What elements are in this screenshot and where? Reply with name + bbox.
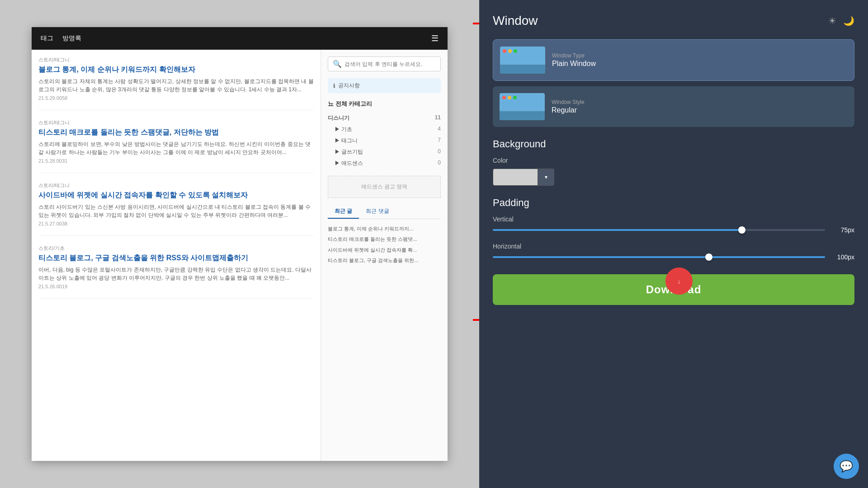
download-button-wrapper: ↓ Download: [493, 274, 854, 305]
color-swatch[interactable]: [493, 169, 538, 186]
browser-nav: 태그 방명록 ☰: [32, 27, 448, 50]
category-name: 기초: [341, 126, 352, 132]
content-area: 스토리/태그니 블로그 통계, 이제 순위나 키워드까지 확인해보자 스토리의 …: [32, 50, 448, 461]
vertical-label: Vertical: [493, 216, 854, 223]
horizontal-label: Horizontal: [493, 243, 854, 250]
chat-icon: 💬: [840, 460, 853, 473]
hamburger-icon[interactable]: ☰: [431, 33, 439, 43]
post-excerpt: 이버, 다음, big 등 수많은 포털사이트가 존재하지만, 구글만큼 강력한…: [38, 266, 314, 282]
list-item[interactable]: 디스니기 11: [328, 113, 441, 124]
list-item[interactable]: 티스토리 매크로를 돌리는 듯한 스팸댓...: [328, 234, 441, 244]
horizontal-slider-group: Horizontal 100px: [493, 243, 854, 261]
category-section: 뇨 전체 카테고리 디스니기 11 ▶ 기초 4 ▶ 태그니 7 ▶ 글쓰기팁: [328, 100, 441, 169]
info-icon: ℹ: [333, 83, 335, 89]
list-item: 스토리/태그니 블로그 통계, 이제 순위나 키워드까지 확인해보자 스토리의 …: [38, 56, 314, 110]
theme-light-icon[interactable]: ☀: [828, 15, 836, 26]
window-type-preview: [500, 47, 545, 74]
traffic-light-green: [513, 96, 517, 99]
padding-section: Vertical 75px Horizontal 100px: [493, 216, 854, 261]
padding-section-title: Padding: [493, 197, 854, 209]
traffic-lights: [503, 49, 517, 53]
window-type-card[interactable]: Window Type Plain Window: [493, 39, 854, 81]
vertical-slider-fill: [493, 229, 742, 231]
search-icon: 🔍: [333, 60, 342, 68]
search-box[interactable]: 🔍: [328, 56, 441, 71]
vertical-slider-row: 75px: [493, 226, 854, 234]
chat-bubble-button[interactable]: 💬: [834, 454, 859, 479]
traffic-light-yellow: [508, 49, 512, 53]
traffic-light-yellow: [508, 96, 511, 99]
color-picker-row: ▾: [493, 169, 854, 186]
browser-window: 태그 방명록 ☰ 스토리/태그니 블로그 통계, 이제 순위나 키워드까지 확인…: [32, 27, 448, 461]
window-type-value: Plain Window: [552, 60, 847, 68]
color-label: Color: [493, 157, 854, 164]
vertical-slider-group: Vertical 75px: [493, 216, 854, 234]
post-date: 21.5.28.0031: [38, 158, 314, 164]
post-category: 스토리/태그니: [38, 56, 314, 63]
panel-header: Window ☀ 🌙: [493, 14, 854, 28]
badge-icon: ↓: [678, 278, 681, 285]
notice-box: ℹ 공지사항: [328, 78, 441, 93]
list-item: 스토리/태그니 티스토리 매크로를 돌리는 듯한 스팸댓글, 저단하는 방법 스…: [38, 119, 314, 173]
horizontal-slider-value: 100px: [832, 253, 854, 261]
window-style-label: Window Style: [552, 99, 848, 105]
post-date: 21.5.29.0058: [38, 95, 314, 101]
category-name: 태그니: [341, 137, 358, 144]
download-badge: ↓: [665, 267, 693, 295]
vertical-slider-value: 75px: [832, 226, 854, 234]
list-item[interactable]: 블로그 통계, 이제 순위나 키워드까지...: [328, 224, 441, 234]
notice-label: 공지사항: [338, 82, 360, 89]
post-title[interactable]: 티스토리 매크로를 돌리는 듯한 스팸댓글, 저단하는 방법: [38, 128, 314, 137]
blog-posts: 스토리/태그니 블로그 통계, 이제 순위나 키워드까지 확인해보자 스토리의 …: [32, 50, 321, 461]
window-style-card[interactable]: Window Style Regular: [493, 86, 854, 127]
post-category: 스토리/태그니: [38, 182, 314, 189]
window-card-info: Window Style Regular: [552, 99, 848, 114]
category-count: 0: [438, 148, 441, 156]
adsense-label: 애드센스 광고 영역: [361, 183, 408, 190]
traffic-light-red: [503, 49, 506, 53]
header-icons: ☀ 🌙: [828, 15, 854, 26]
theme-dark-icon[interactable]: 🌙: [843, 15, 854, 26]
list-item[interactable]: 티스토리 블로그, 구글 검색노출을 위한...: [328, 255, 441, 266]
traffic-light-red: [502, 96, 506, 99]
adsense-box: 애드센스 광고 영역: [328, 176, 441, 198]
vertical-slider-thumb[interactable]: [738, 226, 745, 234]
visitor-nav-item[interactable]: 방명록: [62, 34, 81, 42]
post-title[interactable]: 블로그 통계, 이제 순위나 키워드까지 확인해보자: [38, 65, 314, 75]
right-panel: Window ☀ 🌙 Window Type Plain Window: [479, 0, 868, 488]
traffic-lights: [502, 96, 517, 99]
background-section-title: Background: [493, 138, 854, 150]
preview-bar: [500, 65, 545, 74]
tab-recent-comments[interactable]: 최근 댓글: [359, 205, 396, 219]
list-item[interactable]: ▶ 태그니 7: [328, 135, 441, 146]
color-section: Color ▾: [493, 157, 854, 186]
category-count: 11: [435, 114, 441, 122]
horizontal-slider-track: [493, 256, 825, 258]
list-item[interactable]: 사이드바에 위젯에 실시간 접속자를 확...: [328, 245, 441, 255]
list-item[interactable]: ▶ 글쓰기팁 0: [328, 146, 441, 158]
search-input[interactable]: [344, 61, 436, 67]
left-panel: 태그 방명록 ☰ 스토리/태그니 블로그 통계, 이제 순위나 키워드까지 확인…: [0, 0, 479, 488]
window-type-label: Window Type: [552, 52, 847, 59]
post-excerpt: 스토리에 블로밍하이 보면, 부수의 낮은 방법사이는 댓글은 남기기도 하는데…: [38, 140, 314, 156]
list-item[interactable]: ▶ 기초 4: [328, 124, 441, 135]
window-style-value: Regular: [552, 106, 848, 114]
category-count: 4: [438, 126, 441, 133]
category-name: 디스니기: [328, 114, 349, 122]
color-dropdown-button[interactable]: ▾: [538, 169, 554, 186]
horizontal-slider-fill: [493, 256, 825, 258]
category-name: 글쓰기팁: [341, 149, 363, 155]
window-style-preview: [500, 93, 545, 120]
tab-recent-posts[interactable]: 최근 글: [328, 205, 359, 219]
list-item[interactable]: ▶ 애드센스 0: [328, 158, 441, 169]
category-name: 애드센스: [341, 160, 363, 166]
post-title[interactable]: 티스토리 블로그, 구글 검색노출을 위한 RSS와 사이트맵제출하기: [38, 253, 314, 263]
chevron-down-icon: ▾: [545, 174, 547, 180]
category-title: 뇨 전체 카테고리: [328, 100, 441, 108]
preview-bar: [500, 111, 545, 120]
tag-nav-item[interactable]: 태그: [41, 34, 53, 42]
post-title[interactable]: 사이드바에 위젯에 실시간 접속자를 확인할 수 있도록 설치해보자: [38, 191, 314, 200]
post-excerpt: 스토리 사이드버기 있는 스신본 사방 응이시리면, 사이드버에 실시간으로 내…: [38, 203, 314, 219]
horizontal-slider-thumb[interactable]: [705, 253, 712, 261]
category-count: 7: [438, 137, 441, 145]
